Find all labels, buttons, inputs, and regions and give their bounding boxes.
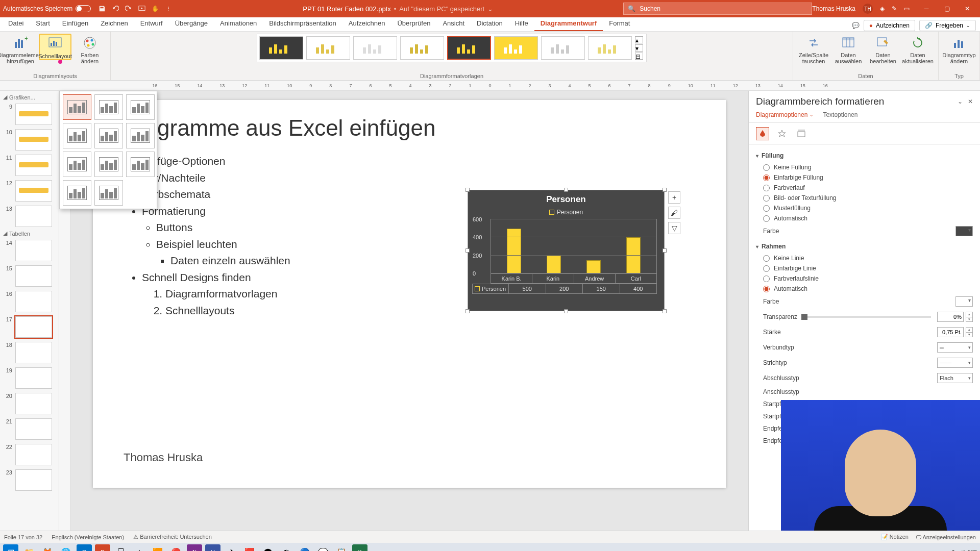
- thumb-22[interactable]: 22: [0, 442, 59, 467]
- ribbon-display-icon[interactable]: ▭: [904, 5, 910, 12]
- thumb-16[interactable]: 16: [0, 289, 59, 314]
- thumb-13[interactable]: 13: [0, 204, 59, 229]
- slideshow-icon[interactable]: [138, 5, 146, 13]
- app-icon-7[interactable]: 💬: [315, 544, 331, 551]
- app-icon-8[interactable]: 📋: [334, 544, 349, 551]
- quick-layout-5[interactable]: [94, 123, 123, 148]
- close-button[interactable]: ✕: [958, 2, 977, 15]
- tab-format[interactable]: Format: [603, 16, 636, 31]
- transparency-spinner[interactable]: ▴▾: [966, 312, 973, 322]
- comments-icon[interactable]: 💬: [852, 22, 860, 29]
- app-icon-3[interactable]: 🔴: [168, 544, 184, 551]
- thumb-21[interactable]: 21: [0, 416, 59, 442]
- weather-widget[interactable]: ☀ 5°C: [961, 549, 977, 552]
- resize-handle[interactable]: [663, 248, 667, 253]
- tab-ueberpruefen[interactable]: Überprüfen: [391, 16, 436, 31]
- chart-style-4[interactable]: [400, 36, 444, 60]
- tab-zeichnen[interactable]: Zeichnen: [94, 16, 134, 31]
- line-solid-radio[interactable]: Einfarbige Linie: [756, 263, 973, 273]
- resize-handle[interactable]: [465, 188, 470, 192]
- effects-icon[interactable]: [775, 127, 789, 140]
- undo-icon[interactable]: [111, 5, 119, 13]
- tab-hilfe[interactable]: Hilfe: [509, 16, 534, 31]
- app-icon-5[interactable]: ◐: [279, 544, 294, 551]
- change-chart-type-button[interactable]: Diagrammtyp ändern: [943, 34, 975, 64]
- share-button[interactable]: 🔗Freigeben⌄: [919, 20, 976, 31]
- app-icon-2[interactable]: 🟧: [150, 544, 165, 551]
- fill-auto-radio[interactable]: Automatisch: [756, 213, 973, 223]
- transparency-slider[interactable]: [801, 316, 931, 318]
- quick-layout-11[interactable]: [94, 180, 123, 206]
- cap-combo[interactable]: Flach▾: [937, 373, 973, 383]
- thumb-14[interactable]: 14: [0, 238, 59, 263]
- thumb-15[interactable]: 15: [0, 263, 59, 289]
- slide-counter[interactable]: Folie 17 von 32: [4, 534, 42, 540]
- thumb-9[interactable]: 9: [0, 102, 59, 127]
- notes-button[interactable]: 📝 Notizen: [881, 534, 909, 540]
- tab-bildschirm[interactable]: Bildschirmpräsentation: [263, 16, 342, 31]
- tab-dictation[interactable]: Dictation: [471, 16, 509, 31]
- line-gradient-radio[interactable]: Farbverlaufslinie: [756, 273, 973, 284]
- gallery-scroll[interactable]: ▴▾⊟: [635, 36, 644, 60]
- fill-none-radio[interactable]: Keine Füllung: [756, 162, 973, 172]
- draw-mode-icon[interactable]: ✎: [892, 5, 897, 12]
- chart-styles-button[interactable]: 🖌: [668, 207, 680, 219]
- thumb-17-current[interactable]: 17: [0, 314, 59, 340]
- resize-handle[interactable]: [465, 248, 470, 253]
- thumb-19[interactable]: 19: [0, 365, 59, 391]
- line-color-picker[interactable]: [955, 296, 973, 307]
- app-icon[interactable]: 🗨: [113, 544, 129, 551]
- record-button[interactable]: ●Aufzeichnen: [864, 20, 915, 31]
- app-icon-6[interactable]: 🔵: [297, 544, 312, 551]
- title-dropdown-icon[interactable]: ⌄: [487, 5, 493, 13]
- language-indicator[interactable]: Englisch (Vereinigte Staaten): [52, 534, 124, 540]
- width-input[interactable]: [937, 327, 964, 337]
- autosave-toggle[interactable]: Automatisches Speichern: [3, 5, 91, 12]
- tab-ansicht[interactable]: Ansicht: [436, 16, 471, 31]
- compound-combo[interactable]: ═▾: [937, 342, 973, 353]
- chart-style-1[interactable]: [259, 36, 303, 60]
- powerpoint-icon[interactable]: P: [95, 544, 110, 551]
- pane-dropdown-icon[interactable]: ⌄: [958, 98, 963, 105]
- excel-icon[interactable]: X: [352, 544, 368, 551]
- fill-color-picker[interactable]: [955, 226, 973, 236]
- resize-handle[interactable]: [564, 309, 568, 313]
- fill-line-icon[interactable]: [756, 127, 769, 140]
- redo-icon[interactable]: [125, 5, 133, 13]
- firefox-icon[interactable]: 🦊: [40, 544, 55, 551]
- resize-handle[interactable]: [663, 188, 667, 192]
- thumb-23[interactable]: 23: [0, 467, 59, 493]
- qat-more-icon[interactable]: ⁝: [164, 5, 173, 13]
- chart-style-6[interactable]: [494, 36, 538, 60]
- explorer-icon[interactable]: 📁: [21, 544, 37, 551]
- select-data-button[interactable]: Daten auswählen: [832, 34, 865, 64]
- size-props-icon[interactable]: [795, 127, 808, 140]
- dash-combo[interactable]: ───▾: [937, 358, 973, 368]
- tab-einfuegen[interactable]: Einfügen: [56, 16, 94, 31]
- swap-row-col-button[interactable]: Zeile/Spalte tauschen: [797, 34, 830, 64]
- resize-handle[interactable]: [663, 309, 667, 313]
- onenote-icon[interactable]: N: [187, 544, 202, 551]
- thumb-20[interactable]: 20: [0, 391, 59, 416]
- quick-layout-8[interactable]: [94, 152, 123, 177]
- touch-icon[interactable]: ✋: [151, 5, 159, 13]
- chart-style-7[interactable]: [541, 36, 585, 60]
- tab-diagrammentwurf[interactable]: Diagrammentwurf: [534, 16, 603, 31]
- quick-layout-7[interactable]: [63, 152, 91, 177]
- fill-pattern-radio[interactable]: Musterfüllung: [756, 203, 973, 213]
- thumb-12[interactable]: 12: [0, 178, 59, 204]
- chart-object[interactable]: Personen Personen 600 400 200 0 Karin B.…: [468, 190, 665, 311]
- thumb-group-grafiken[interactable]: ◢ Grafiken...: [0, 93, 59, 102]
- line-auto-radio[interactable]: Automatisch: [756, 284, 973, 294]
- quick-layout-6[interactable]: [126, 123, 155, 148]
- refresh-data-button[interactable]: Daten aktualisieren: [901, 34, 934, 64]
- display-settings[interactable]: 🖵 Anzeigeeinstellungen: [916, 534, 976, 540]
- tab-start[interactable]: Start: [30, 16, 56, 31]
- chart-elements-button[interactable]: +: [668, 191, 680, 204]
- tab-uebergaenge[interactable]: Übergänge: [169, 16, 214, 31]
- vlc-icon[interactable]: ▲: [132, 544, 147, 551]
- toggle-switch[interactable]: [76, 5, 91, 12]
- edit-data-button[interactable]: Daten bearbeiten: [867, 34, 899, 64]
- change-colors-button[interactable]: Farben ändern: [74, 34, 106, 64]
- section-fill[interactable]: Füllung: [756, 148, 973, 162]
